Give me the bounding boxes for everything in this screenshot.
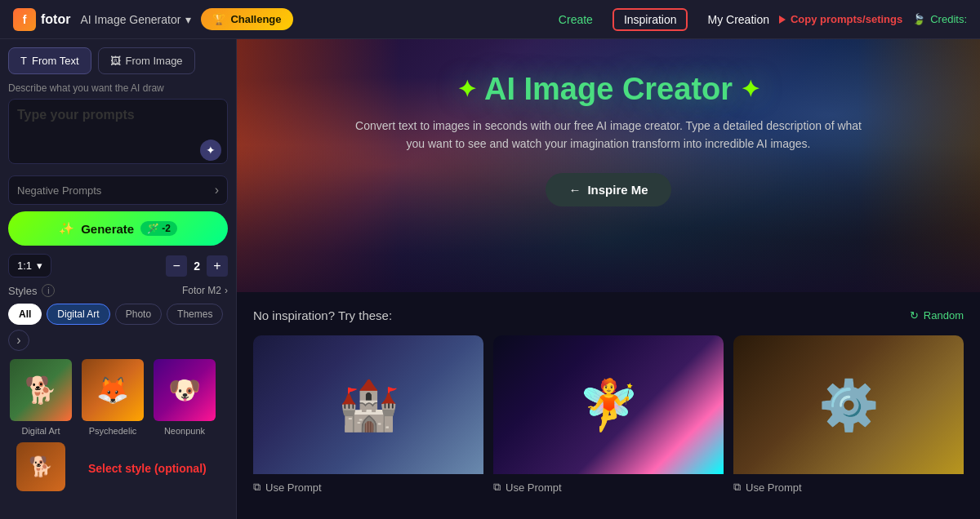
leaf-icon: 🍃: [912, 13, 925, 25]
use-prompt-label-1: Use Prompt: [506, 481, 562, 494]
partial-thumb: 🐕: [16, 442, 65, 491]
filter-photo[interactable]: Photo: [115, 304, 162, 325]
qty-minus-button[interactable]: −: [166, 255, 187, 277]
nav-links: Create Inspiration My Creation: [559, 8, 769, 31]
style-thumb-label-1: Psychedelic: [89, 426, 137, 436]
count-value: -2: [162, 223, 171, 234]
from-text-icon: T: [20, 55, 27, 67]
app-title-chevron: ▾: [185, 13, 191, 26]
gallery-image-castle: 🏰: [253, 335, 483, 474]
style-thumb-visual-0: 🐕: [10, 359, 72, 421]
hero-title: ✦ AI Image Creator ✦: [237, 72, 980, 107]
prompt-input[interactable]: [8, 99, 228, 164]
use-prompt-icon-1: ⧉: [493, 481, 501, 494]
style-thumb-label-0: Digital Art: [21, 426, 60, 436]
main-layout: T From Text 🖼 From Image Describe what y…: [0, 39, 980, 519]
prompt-label: Describe what you want the AI draw: [8, 82, 228, 94]
from-image-icon: 🖼: [110, 55, 121, 67]
negative-prompts-arrow: ›: [215, 183, 219, 197]
styles-label: Styles: [8, 285, 37, 297]
generate-button[interactable]: ✨ Generate 🪄 -2: [8, 211, 228, 246]
nav-create[interactable]: Create: [559, 13, 593, 26]
generate-icon: ✨: [59, 221, 74, 236]
gallery-item-1[interactable]: 🧚 ⧉ Use Prompt: [493, 335, 724, 497]
random-button[interactable]: ↻ Random: [910, 309, 964, 322]
filter-themes[interactable]: Themes: [167, 304, 223, 325]
style-thumb-label-2: Neonpunk: [164, 426, 205, 436]
logo-icon: f: [13, 8, 36, 31]
model-arrow: ›: [225, 285, 228, 296]
use-prompt-icon-2: ⧉: [733, 481, 741, 494]
use-prompt-label-2: Use Prompt: [746, 481, 802, 494]
style-thumb-visual-2: 🐶: [154, 359, 216, 421]
filter-digital-art[interactable]: Digital Art: [47, 304, 109, 325]
ratio-select[interactable]: 1:1 ▾: [8, 254, 51, 277]
style-thumbnails: 🐕 Digital Art 🦊 Psychedelic 🐶 Neonpunk: [0, 357, 236, 442]
gallery-image-fairy: 🧚: [493, 335, 724, 474]
inspiration-section: No inspiration? Try these: ↻ Random 🏰 ⧉ …: [237, 292, 980, 513]
copy-hint-label: Copy prompts/setings: [791, 13, 902, 25]
challenge-button[interactable]: 🏆 Challenge: [201, 8, 292, 30]
qty-value: 2: [194, 260, 200, 273]
gallery-item-2[interactable]: ⚙️ ⧉ Use Prompt: [733, 335, 964, 497]
right-panel: ✦ AI Image Creator ✦ Convert text to ima…: [237, 39, 980, 519]
style-filter-row: All Digital Art Photo Themes ›: [0, 304, 236, 357]
styles-info-icon[interactable]: i: [42, 284, 55, 297]
style-thumb-0[interactable]: 🐕 Digital Art: [8, 357, 74, 436]
gallery-item-0[interactable]: 🏰 ⧉ Use Prompt: [253, 335, 483, 497]
sparkle-left-icon: ✦: [457, 76, 476, 103]
inspire-label: Inspire Me: [587, 183, 648, 197]
use-prompt-0[interactable]: ⧉ Use Prompt: [253, 474, 483, 497]
nav-inspiration[interactable]: Inspiration: [612, 8, 688, 31]
tab-from-image[interactable]: 🖼 From Image: [98, 47, 195, 74]
negative-prompts-row[interactable]: Negative Prompts ›: [8, 175, 228, 205]
use-prompt-2[interactable]: ⧉ Use Prompt: [733, 474, 964, 497]
styles-row: Styles i Fotor M2 ›: [0, 284, 236, 304]
filter-more-button[interactable]: ›: [8, 330, 29, 351]
style-thumb-img-2: 🐶: [152, 357, 217, 423]
random-icon: ↻: [910, 309, 919, 322]
arrow-right-icon: [779, 16, 786, 24]
tab-row: T From Text 🖼 From Image: [0, 39, 236, 74]
quantity-control: − 2 +: [166, 255, 228, 277]
filter-all[interactable]: All: [8, 304, 42, 325]
generate-label: Generate: [81, 222, 134, 236]
model-label: Fotor M2: [182, 285, 221, 296]
count-badge: 🪄 -2: [140, 221, 177, 236]
inspire-me-button[interactable]: ← Inspire Me: [546, 173, 670, 206]
credits-label: Credits:: [930, 13, 967, 25]
nav-my-creation[interactable]: My Creation: [707, 13, 768, 26]
style-thumb-1[interactable]: 🦊 Psychedelic: [80, 357, 145, 436]
style-thumb-visual-1: 🦊: [82, 359, 144, 421]
gallery-image-steampunk: ⚙️: [733, 335, 964, 474]
use-prompt-1[interactable]: ⧉ Use Prompt: [493, 474, 724, 497]
hero-subtitle: Convert text to images in seconds with o…: [355, 117, 862, 153]
logo: f fotor: [13, 8, 70, 31]
sparkle-right-icon: ✦: [741, 76, 760, 103]
options-row: 1:1 ▾ − 2 +: [0, 254, 236, 284]
hero-banner: ✦ AI Image Creator ✦ Convert text to ima…: [237, 39, 980, 292]
gallery-grid: 🏰 ⧉ Use Prompt 🧚 ⧉ Use Prompt ⚙️: [253, 335, 964, 497]
hero-title-text: AI Image Creator: [484, 72, 733, 107]
prompt-area: Describe what you want the AI draw ✦: [8, 82, 228, 167]
qty-plus-button[interactable]: +: [207, 255, 228, 277]
from-image-label: From Image: [126, 55, 183, 67]
ratio-chevron: ▾: [37, 260, 42, 272]
ai-enhance-icon[interactable]: ✦: [200, 140, 221, 161]
inspiration-header: No inspiration? Try these: ↻ Random: [253, 308, 964, 322]
random-label: Random: [924, 309, 964, 322]
style-thumb-2[interactable]: 🐶 Neonpunk: [152, 357, 217, 436]
model-selector[interactable]: Fotor M2 ›: [182, 285, 228, 296]
style-thumb-img-1: 🦊: [80, 357, 145, 423]
logo-text: fotor: [41, 12, 70, 27]
count-icon: 🪄: [147, 223, 159, 234]
app-title-dropdown[interactable]: AI Image Generator ▾: [80, 13, 191, 26]
use-prompt-icon-0: ⧉: [253, 481, 261, 494]
tab-from-text[interactable]: T From Text: [8, 47, 91, 74]
no-inspiration-text: No inspiration? Try these:: [253, 308, 392, 322]
inspire-arrow-icon: ←: [568, 183, 581, 197]
header: f fotor AI Image Generator ▾ 🏆 Challenge…: [0, 0, 980, 39]
app-title-label: AI Image Generator: [80, 13, 180, 26]
credits-button[interactable]: 🍃 Credits:: [912, 13, 967, 25]
hero-content: ✦ AI Image Creator ✦ Convert text to ima…: [237, 39, 980, 206]
